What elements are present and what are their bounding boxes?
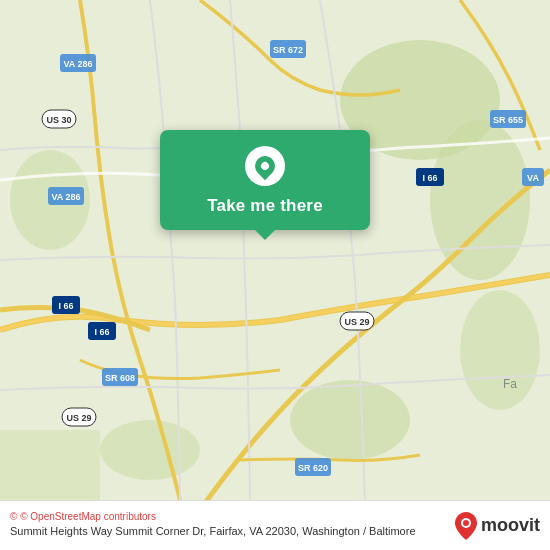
moovit-text: moovit xyxy=(481,515,540,536)
svg-text:I 66: I 66 xyxy=(422,173,437,183)
svg-point-3 xyxy=(290,380,410,460)
svg-point-7 xyxy=(460,290,540,410)
svg-point-4 xyxy=(100,420,200,480)
svg-text:US 29: US 29 xyxy=(66,413,91,423)
svg-text:VA: VA xyxy=(527,173,539,183)
moovit-logo: moovit xyxy=(455,512,540,540)
svg-text:VA 286: VA 286 xyxy=(63,59,92,69)
map-pin-icon xyxy=(251,152,279,180)
svg-text:I 66: I 66 xyxy=(94,327,109,337)
osm-credit-text: © OpenStreetMap contributors xyxy=(20,511,156,522)
osm-credit: © © OpenStreetMap contributors xyxy=(10,511,455,522)
svg-text:SR 620: SR 620 xyxy=(298,463,328,473)
address-text: Summit Heights Way Summit Corner Dr, Fai… xyxy=(10,524,455,539)
svg-text:Fa: Fa xyxy=(503,377,517,391)
svg-rect-5 xyxy=(0,430,100,500)
svg-text:VA 286: VA 286 xyxy=(51,192,80,202)
moovit-pin-icon xyxy=(455,512,477,540)
location-icon-circle xyxy=(245,146,285,186)
take-me-there-button[interactable]: Take me there xyxy=(207,196,323,216)
svg-text:SR 608: SR 608 xyxy=(105,373,135,383)
svg-text:US 29: US 29 xyxy=(344,317,369,327)
osm-icon: © xyxy=(10,511,17,522)
svg-text:US 30: US 30 xyxy=(46,115,71,125)
location-popup: Take me there xyxy=(160,130,370,230)
info-bar: © © OpenStreetMap contributors Summit He… xyxy=(0,500,550,550)
svg-point-36 xyxy=(463,520,469,526)
svg-text:SR 672: SR 672 xyxy=(273,45,303,55)
map-background: VA 286 SR 672 US 30 SR 655 VA 286 I 66 I… xyxy=(0,0,550,500)
svg-text:I 66: I 66 xyxy=(58,301,73,311)
map-container: VA 286 SR 672 US 30 SR 655 VA 286 I 66 I… xyxy=(0,0,550,500)
svg-text:SR 655: SR 655 xyxy=(493,115,523,125)
